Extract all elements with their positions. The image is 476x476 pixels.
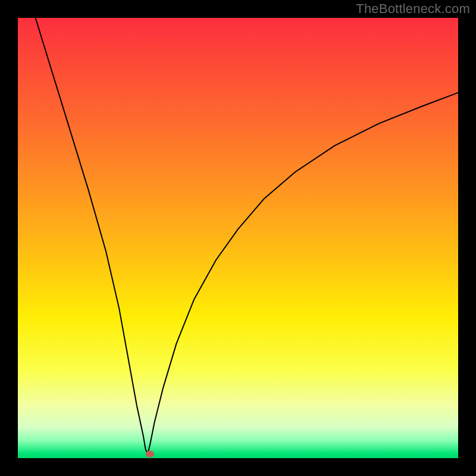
bottleneck-curve xyxy=(18,18,458,458)
chart-frame: TheBottleneck.com xyxy=(0,0,476,476)
optimal-point-marker xyxy=(146,450,154,457)
chart-plot-area xyxy=(18,18,458,458)
watermark-text: TheBottleneck.com xyxy=(356,1,470,17)
